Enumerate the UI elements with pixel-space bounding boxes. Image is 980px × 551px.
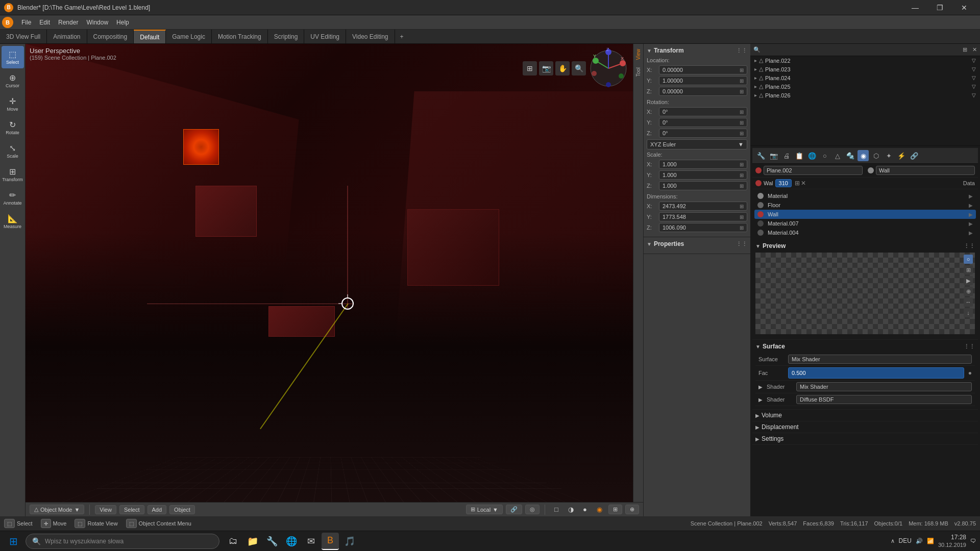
viewport-search-icon[interactable]: 🔍 (572, 61, 586, 76)
gizmo-btn[interactable]: ⊕ (625, 505, 639, 514)
mat-row-material004[interactable]: Material.004 ▶ (754, 228, 976, 237)
navigation-gizmo[interactable]: X Y Z (588, 48, 629, 89)
select-menu-button[interactable]: Select (119, 505, 144, 514)
viewport-view-menu-icon[interactable]: ⊞ (523, 61, 537, 76)
taskbar-app-music[interactable]: 🎵 (341, 533, 358, 550)
strip-item-view[interactable]: View (634, 46, 642, 63)
surface-options[interactable]: ⋮⋮ (964, 343, 975, 350)
properties-options-button[interactable]: ⋮⋮ (736, 241, 747, 247)
location-x-copy[interactable]: ⊞ (740, 67, 744, 73)
rotation-x-field[interactable]: 0° ⊞ (659, 107, 747, 116)
close-button[interactable]: ✕ (952, 0, 976, 15)
props-icon-material[interactable]: ◉ (857, 150, 869, 161)
menu-window[interactable]: Window (82, 18, 112, 27)
menu-help[interactable]: Help (112, 18, 133, 27)
dim-x-copy[interactable]: ⊞ (740, 204, 744, 209)
fac-dot-button[interactable]: ● (968, 369, 972, 377)
shortcut-select-key[interactable]: ⬚ (4, 519, 15, 528)
rotation-x-copy[interactable]: ⊞ (740, 109, 744, 115)
props-icon-scene[interactable]: 🔧 (755, 150, 767, 161)
wall-close-icon[interactable]: ✕ (801, 180, 806, 187)
preview-ctrl-5[interactable]: ↔ (964, 297, 973, 307)
props-icon-particles[interactable]: ✦ (883, 150, 894, 161)
scale-x-copy[interactable]: ⊞ (740, 162, 744, 167)
taskbar-time[interactable]: 17:28 30.12.2019 (938, 534, 966, 549)
taskbar-notification-icon[interactable]: 🗨 (970, 538, 976, 544)
outliner-item-plane023[interactable]: ▸ △ Plane.023 ▽ (750, 65, 980, 73)
scale-y-copy[interactable]: ⊞ (740, 172, 744, 178)
add-menu-button[interactable]: Add (148, 505, 167, 514)
props-icon-render[interactable]: 📷 (768, 150, 779, 161)
props-icon-output[interactable]: 🖨 (781, 150, 792, 161)
overlay-btn[interactable]: ⊞ (608, 505, 622, 514)
tab-add-button[interactable]: + (395, 30, 409, 43)
tab-3dviewfull[interactable]: 3D View Full (0, 30, 47, 43)
scale-z-copy[interactable]: ⊞ (740, 183, 744, 189)
viewport-hand-icon[interactable]: ✋ (555, 61, 570, 76)
taskbar-app-chrome[interactable]: 🌐 (283, 533, 300, 550)
tab-motiontracking[interactable]: Motion Tracking (212, 30, 268, 43)
shader1-value[interactable]: Mix Shader (796, 382, 972, 391)
location-y-copy[interactable]: ⊞ (740, 78, 744, 84)
preview-ctrl-6[interactable]: ↓ (964, 308, 973, 317)
mat-row-floor[interactable]: Floor ▶ (754, 201, 976, 210)
shading-material-preview-icon[interactable]: ● (579, 504, 591, 516)
surface-section-header[interactable]: ▼ Surface ⋮⋮ (755, 343, 975, 350)
tool-scale[interactable]: ⤡ Scale (2, 140, 24, 162)
tool-annotate[interactable]: ✏ Annotate (2, 187, 24, 209)
taskbar-search-box[interactable]: 🔍 Wpisz tu wyszukiwane słowa (26, 534, 219, 549)
windows-start-button[interactable]: ⊞ (4, 532, 22, 550)
mat-row-material007[interactable]: Material.007 ▶ (754, 219, 976, 228)
surface-value[interactable]: Mix Shader (788, 355, 972, 364)
dim-z-copy[interactable]: ⊞ (740, 225, 744, 231)
dim-y-copy[interactable]: ⊞ (740, 214, 744, 220)
preview-options[interactable]: ⋮⋮ (964, 243, 975, 249)
menu-render[interactable]: Render (54, 18, 82, 27)
tool-rotate[interactable]: ↻ Rotate (2, 116, 24, 139)
props-icon-physics[interactable]: ⚡ (896, 150, 907, 161)
menu-edit[interactable]: Edit (35, 18, 54, 27)
shading-wireframe-icon[interactable]: □ (550, 504, 562, 516)
scale-x-field[interactable]: 1.000 ⊞ (659, 160, 747, 169)
strip-item-tool[interactable]: Tool (634, 64, 642, 80)
tab-scripting[interactable]: Scripting (268, 30, 305, 43)
tab-gamelogic[interactable]: Game Logic (166, 30, 212, 43)
tool-move[interactable]: ✛ Move (2, 93, 24, 115)
maximize-button[interactable]: ❐ (928, 0, 951, 15)
outliner-item-plane026[interactable]: ▸ △ Plane.026 ▽ (750, 91, 980, 99)
properties-section-header[interactable]: ▼ Properties ⋮⋮ (647, 240, 747, 247)
scale-y-field[interactable]: 1.000 ⊞ (659, 170, 747, 180)
dim-y-field[interactable]: 1773.548 ⊞ (659, 212, 747, 221)
mat-row-wall[interactable]: Wall ▶ (754, 210, 976, 219)
shader2-value[interactable]: Diffuse BSDF (796, 395, 972, 404)
material-type-field[interactable]: Wall (876, 166, 975, 175)
material-name-field[interactable]: Plane.002 (764, 166, 863, 175)
preview-ctrl-2[interactable]: ⊞ (964, 265, 973, 274)
settings-section-header[interactable]: ▶ Settings (752, 433, 978, 445)
preview-ctrl-4[interactable]: ⊕ (964, 287, 973, 296)
object-mode-button[interactable]: △ Object Mode ▼ (30, 505, 84, 514)
taskbar-network-icon[interactable]: 📶 (927, 538, 934, 544)
mat-row-material[interactable]: Material ▶ (754, 191, 976, 201)
tool-measure[interactable]: 📐 Measure (2, 210, 24, 233)
rotation-z-copy[interactable]: ⊞ (740, 131, 744, 136)
tab-videoediting[interactable]: Video Editing (346, 30, 395, 43)
props-icon-object[interactable]: △ (832, 150, 843, 161)
volume-section-header[interactable]: ▶ Volume (752, 410, 978, 421)
taskbar-app-tools[interactable]: 🔧 (263, 533, 281, 550)
taskbar-app-email[interactable]: ✉ (302, 533, 320, 550)
props-icon-world[interactable]: ○ (819, 150, 830, 161)
tab-uvediting[interactable]: UV Editing (304, 30, 346, 43)
rotation-y-field[interactable]: 0° ⊞ (659, 118, 747, 127)
location-y-field[interactable]: 1.00000 ⊞ (659, 76, 747, 85)
shading-solid-icon[interactable]: ◑ (565, 504, 577, 516)
shading-rendered-icon[interactable]: ◉ (593, 504, 605, 516)
props-icon-data[interactable]: ⬡ (870, 150, 881, 161)
outliner-item-plane024[interactable]: ▸ △ Plane.024 ▽ (750, 73, 980, 82)
location-x-field[interactable]: 0.00000 ⊞ (659, 65, 747, 74)
fac-value-field[interactable]: 0.500 (788, 367, 964, 379)
rotation-z-field[interactable]: 0° ⊞ (659, 129, 747, 138)
transform-section-header[interactable]: ▼ Transform ⋮⋮ (647, 47, 747, 54)
wall-material-number[interactable]: 310 (775, 179, 792, 187)
proportional-edit-btn[interactable]: ◎ (525, 505, 540, 514)
